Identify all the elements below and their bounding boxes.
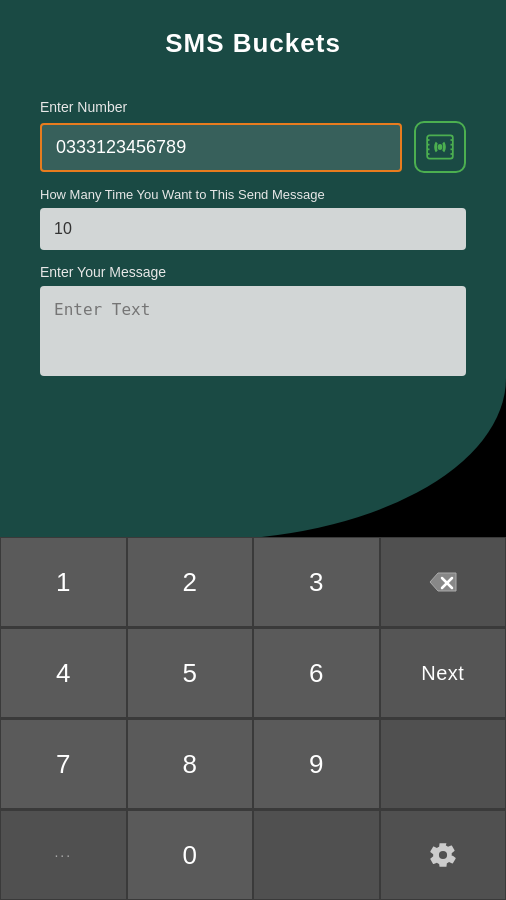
- key-2[interactable]: 2: [127, 537, 254, 627]
- key-7[interactable]: 7: [0, 719, 127, 809]
- numeric-keyboard: 1 2 3 4 5 6 Next 7: [0, 537, 506, 900]
- phone-icon: [426, 133, 454, 161]
- key-6[interactable]: 6: [253, 628, 380, 718]
- form-area: Enter Number: [0, 79, 506, 396]
- key-empty-top-right: [380, 719, 507, 809]
- key-3[interactable]: 3: [253, 537, 380, 627]
- key-settings[interactable]: [380, 810, 507, 900]
- keyboard-row-2: 4 5 6 Next: [0, 627, 506, 718]
- count-input[interactable]: [40, 208, 466, 250]
- settings-icon: [429, 841, 457, 869]
- key-dots[interactable]: ···: [0, 810, 127, 900]
- message-label: Enter Your Message: [40, 264, 466, 280]
- key-4[interactable]: 4: [0, 628, 127, 718]
- contacts-button[interactable]: [414, 121, 466, 173]
- key-empty-bottom: [253, 810, 380, 900]
- count-label: How Many Time You Want to This Send Mess…: [40, 187, 466, 202]
- number-label: Enter Number: [40, 99, 466, 115]
- phone-row: [40, 121, 466, 173]
- svg-point-9: [438, 144, 443, 150]
- message-input[interactable]: [40, 286, 466, 376]
- key-5[interactable]: 5: [127, 628, 254, 718]
- key-9[interactable]: 9: [253, 719, 380, 809]
- keyboard-row-3: 7 8 9: [0, 718, 506, 809]
- key-1[interactable]: 1: [0, 537, 127, 627]
- keyboard-row-1: 1 2 3: [0, 537, 506, 627]
- app-header: SMS Buckets: [0, 0, 506, 79]
- key-backspace[interactable]: [380, 537, 507, 627]
- key-8[interactable]: 8: [127, 719, 254, 809]
- key-next[interactable]: Next: [380, 628, 507, 718]
- keyboard-row-4: ··· 0: [0, 809, 506, 900]
- backspace-icon: [428, 571, 458, 593]
- key-0[interactable]: 0: [127, 810, 254, 900]
- app-title: SMS Buckets: [20, 28, 486, 59]
- phone-input[interactable]: [40, 123, 402, 172]
